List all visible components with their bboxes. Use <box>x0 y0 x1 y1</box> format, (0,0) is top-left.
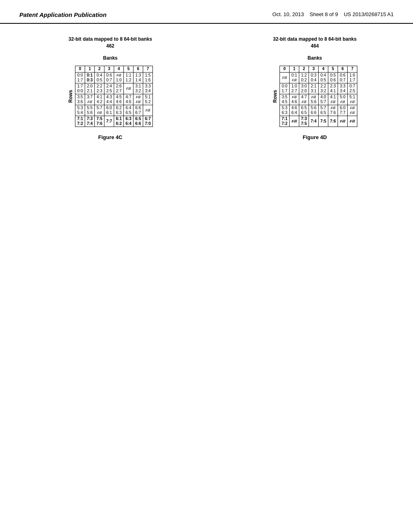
cell-d-r0c4: 0:40:5 <box>319 72 328 83</box>
cell-r4c2: 7:57:6 <box>95 116 104 127</box>
cell-r1c6: 3:13:2 <box>133 83 143 94</box>
cell-r4c4: 6:16:2 <box>114 116 124 127</box>
figure-4c-main-title: 32-bit data mapped to 8 64-bit banks462 <box>69 36 152 50</box>
th-0: 0 <box>280 66 290 72</box>
table-row: 1:70:0 2:02:1 2:22:3 2:42:5 2:62:7 Fill … <box>75 83 153 94</box>
cell-d-r2c5: 4:1Fill <box>328 94 338 105</box>
cell-r3c5: 6:46:5 <box>124 105 133 116</box>
main-page: Patent Application Publication Oct. 10, … <box>0 0 413 532</box>
th-5: 5 <box>328 66 338 72</box>
cell-d-r3c0: 5:36:3 <box>280 105 290 116</box>
cell-r4c6: 6:56:6 <box>133 116 143 127</box>
cell-r2c5: 4:74:6 <box>124 94 133 105</box>
cell-d-r4c4: 7:5 <box>319 116 328 127</box>
cell-r0c0: 0:01:7 <box>75 72 85 83</box>
cell-d-r1c4: 2:23:2 <box>319 83 328 94</box>
table-row: 7:17:2 7:37:4 7:57:6 7:7 6:16:2 6:36:4 6… <box>75 116 153 127</box>
cell-d-r2c3: Fill5:6 <box>309 94 319 105</box>
th-5: 5 <box>124 66 133 72</box>
cell-r0c5: 1:11:2 <box>124 72 133 83</box>
cell-d-r0c7: 1:61:7 <box>348 72 357 83</box>
cell-d-r3c2: 6:56:5 <box>299 105 309 116</box>
th-6: 6 <box>133 66 143 72</box>
cell-r2c3: 4:34:4 <box>104 94 114 105</box>
header-row: 0 1 2 3 4 5 6 7 <box>75 66 153 72</box>
figure-4d-block: 32-bit data mapped to 8 64-bit banks464 … <box>221 36 409 140</box>
th-1: 1 <box>85 66 95 72</box>
cell-d-r0c5: 0:50:6 <box>328 72 338 83</box>
cell-d-r3c1: 4:66:4 <box>290 105 299 116</box>
figure-4d-table: 0 1 2 3 4 5 6 7 Fill 0:1Fi <box>280 66 357 127</box>
table-row: 3:53:6 3:7Fill 4:14:2 4:34:4 4:54:6 4:74… <box>75 94 153 105</box>
cell-r3c4: 6:26:3 <box>114 105 124 116</box>
table-row: 0:01:7 1:02:7 3:02:0 2:13:1 2:23:2 2:34:… <box>280 83 357 94</box>
th-3: 3 <box>104 66 114 72</box>
th-2: 2 <box>95 66 104 72</box>
cell-r1c7: 3:33:4 <box>143 83 153 94</box>
pub-title: Patent Application Publication <box>19 11 106 18</box>
cell-d-r1c3: 2:13:1 <box>309 83 319 94</box>
cell-d-r1c6: 3:33:4 <box>338 83 348 94</box>
cell-r0c3: 0:60:7 <box>104 72 114 83</box>
cell-d-r1c1: 1:02:7 <box>290 83 299 94</box>
figure-4d-caption: Figure 4D <box>303 134 327 140</box>
cell-d-r0c2: 1:20:2 <box>299 72 309 83</box>
figure-4c-table: 0 1 2 3 4 5 6 7 0:01:7 0:1 <box>75 66 153 127</box>
cell-d-r0c3: 0:30:4 <box>309 72 319 83</box>
cell-r4c5: 6:36:4 <box>124 116 133 127</box>
cell-r3c0: 5:35:4 <box>75 105 85 116</box>
cell-r1c0: 1:70:0 <box>75 83 85 94</box>
cell-r4c7: 6:77:0 <box>143 116 153 127</box>
cell-r2c0: 3:53:6 <box>75 94 85 105</box>
cell-d-r2c0: 3:54:5 <box>280 94 290 105</box>
th-6: 6 <box>338 66 348 72</box>
figure-4c-block: 32-bit data mapped to 8 64-bit banks462 … <box>16 36 204 140</box>
cell-d-r2c7: 5:1Fill <box>348 94 357 105</box>
cell-r3c3: 6:06:1 <box>104 105 114 116</box>
cell-r2c7: 5:15:2 <box>143 94 153 105</box>
cell-d-r3c7: FillFill <box>348 105 357 116</box>
th-1: 1 <box>290 66 299 72</box>
cell-r1c3: 2:42:5 <box>104 83 114 94</box>
cell-d-r3c3: 5:66:6 <box>309 105 319 116</box>
figure-4d-main-title: 32-bit data mapped to 8 64-bit banks464 <box>273 36 357 50</box>
cell-d-r0c6: 0:60:7 <box>338 72 348 83</box>
cell-r2c1: 3:7Fill <box>85 94 95 105</box>
cell-d-r1c7: 0:72:5 <box>348 83 357 94</box>
cell-d-r1c0: 0:01:7 <box>280 83 290 94</box>
cell-d-r2c6: 5:0Fill <box>338 94 348 105</box>
cell-d-r2c4: 4:05:7 <box>319 94 328 105</box>
cell-r3c1: 5:55:6 <box>85 105 95 116</box>
cell-r1c2: 2:22:3 <box>95 83 104 94</box>
cell-r4c1: 7:37:4 <box>85 116 95 127</box>
cell-r3c6: 6:66:7 <box>133 105 143 116</box>
figure-4c-caption: Figure 4C <box>98 134 123 140</box>
th-2: 2 <box>299 66 309 72</box>
cell-d-r3c4: 5:76:5 <box>319 105 328 116</box>
table-row: 3:54:5 Fill4:6 4:7Fill Fill5:6 4:05:7 4:… <box>280 94 357 105</box>
cell-r0c2: 0:40:5 <box>95 72 104 83</box>
th-7: 7 <box>143 66 153 72</box>
table-row: 0:01:7 0:10:3 0:40:5 0:60:7 Fill1:0 1:11… <box>75 72 153 83</box>
figure-4c-banks: Banks <box>103 55 117 61</box>
th-0: 0 <box>75 66 85 72</box>
cell-r1c5: Fill <box>124 83 133 94</box>
cell-d-r4c2: 7:37:5 <box>299 116 309 127</box>
th-7: 7 <box>348 66 357 72</box>
th-3: 3 <box>309 66 319 72</box>
cell-r3c7: Fill <box>143 105 153 116</box>
cell-r2c2: 4:14:2 <box>95 94 104 105</box>
th-4: 4 <box>319 66 328 72</box>
cell-r4c0: 7:17:2 <box>75 116 85 127</box>
cell-r4c3: 7:7 <box>104 116 114 127</box>
cell-d-r4c3: 7:4 <box>309 116 319 127</box>
cell-r2c6: FillFill <box>133 94 143 105</box>
figure-4c-rows-label: Rows <box>68 90 73 103</box>
cell-d-r3c5: Fill7:6 <box>328 105 338 116</box>
figure-4d-rows-label: Rows <box>272 90 278 103</box>
figure-4d-inner: Rows 0 1 2 3 4 5 6 7 <box>272 66 357 127</box>
cell-r0c7: 1:51:6 <box>143 72 153 83</box>
cell-r0c1: 0:10:3 <box>85 72 95 83</box>
cell-r1c4: 2:62:7 <box>114 83 124 94</box>
cell-r0c6: 1:31:4 <box>133 72 143 83</box>
